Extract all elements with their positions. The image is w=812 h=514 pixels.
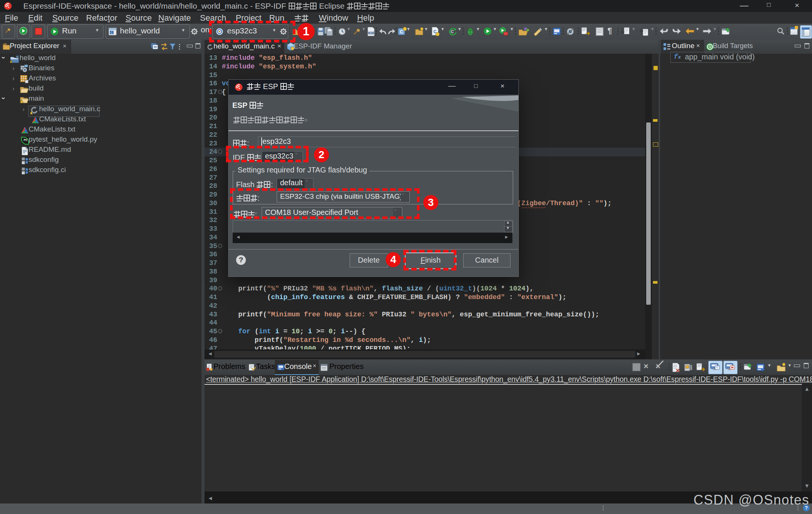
svg-text:!: ! bbox=[11, 60, 11, 63]
svg-text:C: C bbox=[111, 31, 113, 35]
svg-text:010: 010 bbox=[368, 32, 374, 35]
svg-text:PC: PC bbox=[24, 138, 27, 142]
svg-text:C: C bbox=[17, 55, 19, 59]
svg-text:C: C bbox=[451, 29, 454, 34]
svg-text:C: C bbox=[400, 29, 403, 35]
